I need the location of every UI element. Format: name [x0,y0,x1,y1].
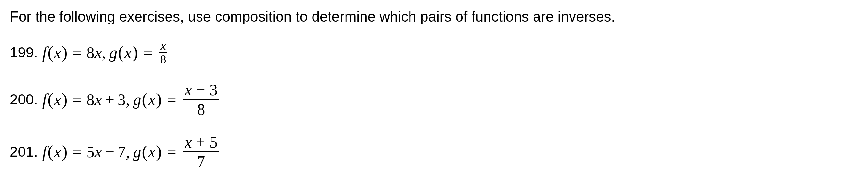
math-close-paren: ) [132,43,138,62]
math-open-paren: ( [142,90,148,109]
math-close-paren: ) [155,90,162,109]
exercise-row: 199. f ( x ) = 8 x , g ( x ) = x 8 [10,40,858,65]
math-operator-plus: + [196,133,205,151]
math-const: 7 [118,142,126,161]
math-var-x: x [95,90,102,109]
fraction-numerator: x + 5 [183,134,219,152]
math-close-paren: ) [61,142,68,161]
math-operator-minus: − [196,81,205,99]
math-open-paren: ( [47,142,54,161]
math-var-g: g [133,90,142,109]
math-fraction: x 8 [159,40,167,65]
exercise-math: f ( x ) = 5 x − 7 , g ( x ) = x + 5 7 [42,134,221,170]
exercise-row: 200. f ( x ) = 8 x + 3 , g ( x ) = x − 3… [10,82,858,118]
math-var-g: g [133,142,142,161]
math-const: 3 [118,90,126,109]
math-open-paren: ( [47,90,54,109]
exercise-row: 201. f ( x ) = 5 x − 7 , g ( x ) = x + 5… [10,134,858,170]
math-const: 3 [209,81,217,99]
math-var-x: x [95,142,102,161]
exercise-number: 200. [10,91,38,108]
fraction-numerator: x [159,40,167,53]
math-fraction: x − 3 8 [183,82,219,118]
math-equals: = [138,43,157,62]
math-var-x: x [185,81,192,99]
fraction-denominator: 7 [195,152,207,170]
math-var-x: x [54,43,61,62]
exercise-math: f ( x ) = 8 x , g ( x ) = x 8 [42,40,169,65]
math-coef: 8 [87,90,95,109]
math-var-x: x [54,142,61,161]
math-open-paren: ( [142,142,148,161]
exercise-number: 201. [10,144,38,160]
math-fraction: x + 5 7 [183,134,219,170]
math-comma: , [126,142,133,161]
math-var-f: f [42,43,47,62]
exercise-number: 199. [10,44,38,61]
math-equals: = [162,90,181,109]
math-close-paren: ) [155,142,162,161]
math-coef: 8 [87,43,95,62]
math-close-paren: ) [61,43,68,62]
math-var-x: x [185,133,192,151]
math-equals: = [68,142,86,161]
math-close-paren: ) [61,90,68,109]
math-operator-minus: − [102,142,118,161]
math-comma: , [102,43,110,62]
math-var-f: f [42,142,47,161]
fraction-denominator: 8 [159,53,167,65]
exercise-instructions: For the following exercises, use composi… [10,6,858,27]
math-equals: = [162,142,181,161]
exercise-math: f ( x ) = 8 x + 3 , g ( x ) = x − 3 8 [42,82,221,118]
math-var-g: g [109,43,117,62]
math-open-paren: ( [117,43,124,62]
math-open-paren: ( [47,43,54,62]
math-equals: = [68,43,86,62]
fraction-denominator: 8 [195,100,207,118]
math-coef: 5 [87,142,95,161]
math-var-x: x [95,43,102,62]
math-var-x: x [148,90,155,109]
math-const: 5 [209,133,217,151]
math-var-x: x [124,43,132,62]
math-operator-plus: + [102,90,118,109]
math-var-x: x [54,90,61,109]
fraction-numerator: x − 3 [183,82,219,100]
math-var-f: f [42,90,47,109]
math-var-x: x [148,142,155,161]
math-equals: = [68,90,86,109]
math-comma: , [126,90,133,109]
